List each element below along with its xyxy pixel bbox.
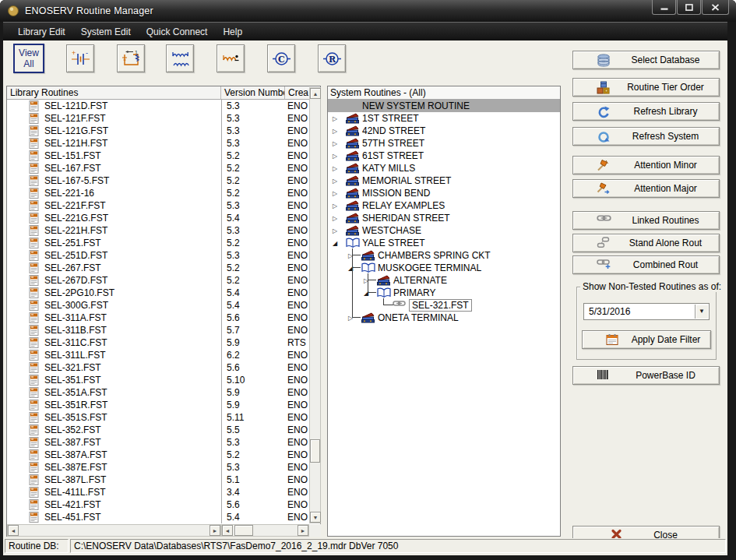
horizontal-scroll-thumb[interactable] — [234, 525, 253, 536]
tree-item-new-system-routine[interactable]: NEW SYSTEM ROUTINE — [328, 100, 560, 112]
table-row[interactable]: SEL-311A.FST5.6ENO — [7, 312, 320, 324]
collapsed-arrow-icon[interactable]: ▷ — [333, 114, 340, 123]
scroll-down-arrow[interactable]: ▼ — [310, 512, 321, 523]
tree-item-katy-mills[interactable]: ▷KATY MILLS — [328, 162, 560, 174]
scroll-right-arrow[interactable]: ► — [210, 525, 220, 536]
tree-item-memorial-street[interactable]: ▷MEMORIAL STREET — [328, 174, 560, 187]
minimize-button[interactable] — [652, 0, 676, 15]
table-row[interactable]: SEL-387.FST5.3ENO — [7, 436, 320, 449]
collapsed-arrow-icon[interactable]: ▷ — [333, 214, 340, 223]
table-row[interactable]: SEL-351S.FST5.11ENO — [7, 411, 320, 424]
table-row[interactable]: SEL-2PG10.FST5.4ENO — [7, 287, 320, 299]
tree-item-relay-examples[interactable]: ▷RELAY EXAMPLES — [328, 199, 560, 212]
table-row[interactable]: SEL-321.FST5.6ENO — [7, 361, 320, 374]
window-close-button[interactable] — [702, 0, 729, 15]
linked-routines-button[interactable]: Linked Routines — [572, 211, 720, 230]
tree-item-sheridan-street[interactable]: ▷SHERIDAN STREET — [328, 212, 560, 224]
tree-item-oneta-terminal[interactable]: ▷ONETA TERMINAL — [328, 312, 560, 324]
column-header-created[interactable]: Crea — [285, 86, 309, 100]
menu-item-help[interactable]: Help — [215, 24, 250, 40]
table-row[interactable]: SEL-351R.FST5.9ENO — [7, 399, 320, 411]
collapsed-arrow-icon[interactable]: ▷ — [333, 189, 340, 198]
tree-item-sel-321-fst[interactable]: SEL-321.FST — [328, 299, 560, 312]
routine-tier-order-button[interactable]: Routine Tier Order — [572, 78, 720, 97]
menu-item-quick-connect[interactable]: Quick Connect — [139, 24, 216, 40]
source-loop-tool-button[interactable]: 1 — [117, 44, 145, 72]
tree-item-muskogee-terminal[interactable]: ◢MUSKOGEE TERMINAL — [328, 262, 560, 274]
select-database-button[interactable]: Select Database — [572, 51, 720, 69]
collapsed-arrow-icon[interactable]: ▷ — [333, 227, 340, 235]
tree-item-61st-street[interactable]: ▷61ST STREET — [328, 150, 560, 162]
scroll-up-arrow[interactable]: ▲ — [310, 88, 321, 99]
tree-item-chambers-spring-ckt[interactable]: ▷CHAMBERS SPRING CKT — [328, 249, 560, 262]
table-row[interactable]: SEL-251.FST5.2ENO — [7, 237, 320, 249]
library-hscrollbar-right[interactable]: ◄ ► — [221, 524, 309, 537]
collapsed-arrow-icon[interactable]: ▷ — [333, 152, 340, 160]
collapsed-arrow-icon[interactable]: ▷ — [333, 202, 340, 210]
table-row[interactable]: SEL-411L.FST3.4ENO — [7, 486, 320, 498]
refresh-library-button[interactable]: Refresh Library — [572, 102, 720, 121]
battery-tool-button[interactable]: +- — [66, 44, 94, 72]
table-row[interactable]: SEL-421.FST5.6ENO — [7, 498, 320, 511]
apply-date-filter-button[interactable]: Apply Date Filter — [582, 330, 711, 349]
transformer-tool-button[interactable] — [166, 44, 194, 72]
table-row[interactable]: SEL-311C.FST5.9RTS — [7, 336, 320, 349]
combo-dropdown-button[interactable]: ▼ — [695, 305, 708, 319]
table-row[interactable]: SEL-387L.FST5.1ENO — [7, 474, 320, 486]
c-meter-tool-button[interactable]: C — [267, 44, 295, 72]
table-row[interactable]: SEL-121H.FST5.3ENO — [7, 137, 320, 150]
powerbase-id-button[interactable]: PowerBase ID — [572, 366, 720, 385]
table-row[interactable]: SEL-151.FST5.2ENO — [7, 150, 320, 162]
stand-alone-rout-button[interactable]: Stand Alone Rout — [572, 234, 720, 252]
refresh-system-button[interactable]: Refresh System — [572, 127, 720, 146]
table-row[interactable]: SEL-352.FST5.5ENO — [7, 424, 320, 436]
table-row[interactable]: SEL-221G.FST5.4ENO — [7, 212, 320, 224]
scroll-left-arrow[interactable]: ◄ — [222, 525, 233, 536]
table-row[interactable]: SEL-267D.FST5.2ENO — [7, 274, 320, 287]
library-vertical-scrollbar[interactable]: ▲ ▼ — [309, 87, 321, 523]
vertical-scroll-thumb[interactable] — [310, 439, 320, 463]
collapsed-arrow-icon[interactable]: ▷ — [333, 164, 340, 173]
table-row[interactable]: SEL-251D.FST5.3ENO — [7, 249, 320, 262]
table-row[interactable]: SEL-267.FST5.2ENO — [7, 262, 320, 274]
table-row[interactable]: SEL-121F.FST5.3ENO — [7, 112, 320, 125]
table-row[interactable]: SEL-351.FST5.10ENO — [7, 374, 320, 386]
coil-tool-button[interactable] — [217, 44, 245, 72]
expanded-arrow-icon[interactable]: ◢ — [333, 239, 340, 248]
table-row[interactable]: SEL-451.FST5.4ENO — [7, 511, 320, 523]
combined-rout-button[interactable]: Combined Rout — [572, 255, 720, 274]
table-row[interactable]: SEL-121G.FST5.3ENO — [7, 125, 320, 137]
table-row[interactable]: SEL-167-5.FST5.2ENO — [7, 174, 320, 187]
tree-item-westchase[interactable]: ▷WESTCHASE — [328, 224, 560, 237]
column-header-version-number[interactable]: Version Number — [221, 86, 285, 100]
table-row[interactable]: SEL-387A.FST5.2ENO — [7, 449, 320, 461]
collapsed-arrow-icon[interactable]: ▷ — [333, 177, 340, 185]
r-meter-tool-button[interactable]: R — [318, 44, 346, 72]
table-row[interactable]: SEL-221-165.2ENO — [7, 187, 320, 199]
table-row[interactable]: SEL-387E.FST5.3ENO — [7, 461, 320, 474]
table-row[interactable]: SEL-300G.FST5.4ENO — [7, 299, 320, 312]
tree-item-yale-street[interactable]: ◢YALE STREET — [328, 237, 560, 249]
column-header-library-routines[interactable]: Library Routines — [7, 86, 221, 100]
collapsed-arrow-icon[interactable]: ▷ — [333, 139, 340, 148]
tree-item-alternate[interactable]: ▷ALTERNATE — [328, 274, 560, 287]
table-row[interactable]: SEL-121D.FST5.3ENO — [7, 100, 320, 112]
date-combobox[interactable]: 5/31/2016 ▼ — [583, 303, 710, 320]
menu-item-library-edit[interactable]: Library Edit — [10, 24, 73, 40]
scroll-left-arrow[interactable]: ◄ — [8, 525, 19, 536]
tree-item-mission-bend[interactable]: ▷MISSION BEND — [328, 187, 560, 199]
attention-major-button[interactable]: Attention Major — [572, 179, 720, 198]
table-row[interactable]: SEL-351A.FST5.9ENO — [7, 386, 320, 399]
scroll-right-arrow[interactable]: ► — [298, 525, 308, 536]
table-row[interactable]: SEL-221F.FST5.3ENO — [7, 199, 320, 212]
tree-item-primary[interactable]: ◢PRIMARY — [328, 287, 560, 299]
table-row[interactable]: SEL-221H.FST5.3ENO — [7, 224, 320, 237]
menu-item-system-edit[interactable]: System Edit — [73, 24, 139, 40]
table-row[interactable]: SEL-167.FST5.2ENO — [7, 162, 320, 174]
tree-item-1st-street[interactable]: ▷1ST STREET — [328, 112, 560, 125]
table-row[interactable]: SEL-311L.FST6.2ENO — [7, 349, 320, 361]
collapsed-arrow-icon[interactable]: ▷ — [333, 127, 340, 136]
tree-item-57th-street[interactable]: ▷57TH STREET — [328, 137, 560, 150]
view-all-button[interactable]: View All — [13, 44, 44, 73]
maximize-button[interactable] — [677, 0, 701, 15]
